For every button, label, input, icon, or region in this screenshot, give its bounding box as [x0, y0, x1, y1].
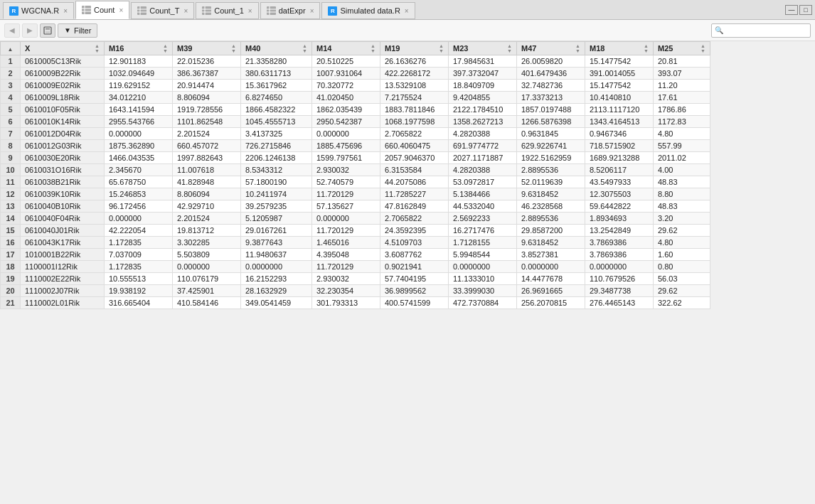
tab-wgcna[interactable]: R WGCNA.R × — [3, 2, 74, 19]
cell-m40: 0.0000000 — [241, 261, 312, 273]
tab-simulated-close[interactable]: × — [405, 7, 409, 15]
cell-m19: 26.1636276 — [380, 55, 449, 68]
filter-icon: ▼ — [64, 26, 71, 34]
tab-simulated-label: Simulated data.R — [340, 6, 400, 15]
table-container[interactable]: ▲ X ▲▼ M16 ▲▼ — [0, 41, 815, 504]
forward-btn[interactable]: ▶ — [22, 23, 38, 38]
datexpr-icon — [267, 6, 276, 15]
tab-count-t-close[interactable]: × — [183, 7, 188, 15]
col-header-m47[interactable]: M47 ▲▼ — [517, 42, 585, 55]
cell-m40: 9.3877643 — [241, 237, 312, 249]
cell-x: 0610012G03Rik — [21, 140, 105, 152]
cell-m40: 15.3617962 — [241, 80, 312, 92]
svg-rect-4 — [137, 6, 147, 15]
table-row: 40610009L18Rik34.0122108.8060946.8274650… — [1, 92, 710, 104]
save-btn[interactable] — [40, 23, 55, 38]
cell-m16: 12.901183 — [105, 55, 173, 68]
svg-rect-12 — [267, 6, 276, 15]
search-input[interactable] — [725, 26, 807, 35]
cell-m25: 4.80 — [654, 128, 710, 140]
col-m40-sort: ▲▼ — [302, 43, 307, 53]
cell-x: 1100001I12Rik — [21, 261, 105, 273]
table-row: 160610043K17Rik1.1728353.3022859.3877643… — [1, 237, 710, 249]
cell-m19: 44.2075086 — [380, 176, 449, 188]
col-m39-sort: ▲▼ — [231, 43, 236, 53]
cell-m25: 1172.83 — [654, 116, 710, 128]
cell-m40: 3.4137325 — [241, 128, 312, 140]
tab-count-t[interactable]: Count_T × — [131, 2, 194, 19]
col-header-x[interactable]: X ▲▼ — [21, 42, 105, 55]
back-btn[interactable]: ◀ — [4, 23, 20, 38]
col-m18-sort: ▲▼ — [644, 43, 649, 53]
cell-m19: 2.7065822 — [380, 213, 449, 225]
cell-num: 10 — [1, 164, 21, 176]
table-row: 110610038B21Rik65.67875041.82894857.1800… — [1, 176, 710, 188]
svg-rect-18 — [46, 31, 50, 33]
cell-m47: 1922.5162959 — [517, 152, 585, 164]
col-m19-label: M19 — [385, 44, 400, 53]
filter-btn[interactable]: ▼ Filter — [58, 23, 97, 38]
table-row: 191110002E22Rik10.555513110.07617916.215… — [1, 273, 710, 285]
cell-m25: 48.83 — [654, 176, 710, 188]
col-header-m16[interactable]: M16 ▲▼ — [105, 42, 173, 55]
cell-x: 0610005C13Rik — [21, 55, 105, 68]
cell-m18: 29.3487738 — [585, 285, 654, 297]
cell-x: 0610009B22Rik — [21, 68, 105, 80]
col-header-m18[interactable]: M18 ▲▼ — [585, 42, 654, 55]
tab-count-1[interactable]: Count_1 × — [196, 2, 258, 19]
cell-m18: 3.7869386 — [585, 237, 654, 249]
header-row: ▲ X ▲▼ M16 ▲▼ — [1, 42, 710, 55]
col-m14-sort: ▲▼ — [371, 43, 375, 53]
cell-x: 0610040B10Rik — [21, 200, 105, 213]
tab-count-close[interactable]: × — [119, 6, 123, 14]
svg-rect-17 — [46, 27, 50, 30]
col-header-m19[interactable]: M19 ▲▼ — [380, 42, 449, 55]
maximize-btn[interactable]: □ — [799, 5, 812, 15]
tab-count[interactable]: Count × — [75, 1, 129, 19]
col-header-m39[interactable]: M39 ▲▼ — [173, 42, 241, 55]
cell-m16: 1032.094649 — [105, 68, 173, 80]
cell-m39: 1919.728556 — [173, 104, 241, 116]
col-x-label: X — [25, 44, 30, 53]
cell-x: 0610039K10Rik — [21, 188, 105, 200]
cell-m14: 2.930032 — [312, 273, 380, 285]
table-row: 120610039K10Rik15.2468538.80609410.24119… — [1, 188, 710, 200]
cell-m19: 2.7065822 — [380, 128, 449, 140]
cell-m18: 1343.4164513 — [585, 116, 654, 128]
tab-wgcna-close[interactable]: × — [63, 7, 68, 15]
tab-simulated[interactable]: R Simulated data.R × — [321, 2, 415, 19]
cell-m16: 2.345670 — [105, 164, 173, 176]
col-header-m40[interactable]: M40 ▲▼ — [241, 42, 312, 55]
tab-datexpr-close[interactable]: × — [310, 7, 314, 15]
cell-m25: 20.81 — [654, 55, 710, 68]
cell-num: 1 — [1, 55, 21, 68]
cell-m23: 11.1333010 — [449, 273, 517, 285]
cell-m14: 1862.035439 — [312, 104, 380, 116]
col-header-m23[interactable]: M23 ▲▼ — [449, 42, 517, 55]
cell-m39: 1101.862548 — [173, 116, 241, 128]
col-m19-sort: ▲▼ — [439, 43, 444, 53]
cell-m40: 380.6311713 — [241, 68, 312, 80]
cell-num: 17 — [1, 249, 21, 261]
cell-m14: 20.510225 — [312, 55, 380, 68]
cell-m47: 2.8895536 — [517, 213, 585, 225]
cell-m14: 2950.542387 — [312, 116, 380, 128]
tab-datexpr-label: datExpr — [279, 6, 306, 15]
cell-m39: 22.015236 — [173, 55, 241, 68]
tab-datexpr[interactable]: datExpr × — [260, 2, 321, 19]
minimize-btn[interactable]: — — [785, 5, 798, 15]
cell-m18: 3.7869386 — [585, 249, 654, 261]
cell-m16: 1.172835 — [105, 237, 173, 249]
count-tab-icon — [82, 6, 91, 14]
cell-num: 3 — [1, 80, 21, 92]
tab-count-1-close[interactable]: × — [248, 7, 252, 15]
search-box[interactable]: 🔍 — [711, 23, 811, 38]
cell-m18: 276.4465143 — [585, 297, 654, 309]
col-header-m25[interactable]: M25 ▲▼ — [654, 42, 710, 55]
cell-m18: 59.6442822 — [585, 200, 654, 213]
cell-m16: 34.012210 — [105, 92, 173, 104]
cell-num: 13 — [1, 200, 21, 213]
cell-m25: 8.80 — [654, 188, 710, 200]
cell-num: 7 — [1, 128, 21, 140]
col-header-m14[interactable]: M14 ▲▼ — [312, 42, 380, 55]
